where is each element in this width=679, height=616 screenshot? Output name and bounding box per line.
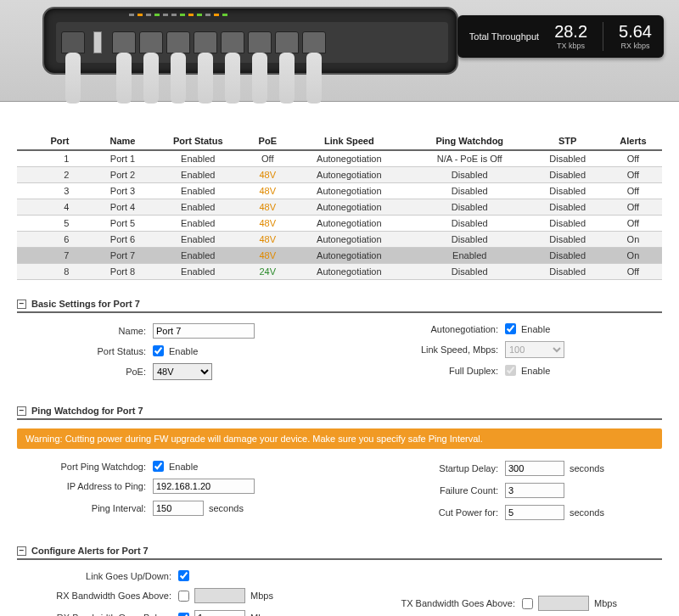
name-input[interactable] <box>153 323 255 339</box>
cell-watchdog: Disabled <box>408 264 530 280</box>
cell-watchdog: N/A - PoE is Off <box>408 150 530 167</box>
rx-below-checkbox[interactable] <box>178 613 189 617</box>
throughput-panel: Total Throughput 28.2 TX kbps 5.64 RX kb… <box>457 15 664 58</box>
failure-input[interactable] <box>505 483 564 498</box>
cell-link: Autonegotiation <box>290 150 408 167</box>
col-alerts[interactable]: Alerts <box>604 132 662 150</box>
wd-enable-checkbox[interactable] <box>153 461 164 472</box>
startup-label: Startup Delay: <box>352 463 505 473</box>
link-updown-label: Link Goes Up/Down: <box>17 571 178 581</box>
rx-below-input[interactable] <box>194 610 245 616</box>
status-checkbox[interactable] <box>153 345 164 356</box>
table-row[interactable]: 6Port 6Enabled48VAutonegotiationDisabled… <box>17 232 662 248</box>
cell-poe: Off <box>245 150 290 167</box>
interval-input[interactable] <box>153 501 204 516</box>
cell-stp: Disabled <box>530 248 603 264</box>
linkspeed-select[interactable]: 100 <box>505 341 564 358</box>
duplex-checkbox[interactable] <box>505 365 516 376</box>
cell-alerts: Off <box>604 167 662 183</box>
interval-unit: seconds <box>209 503 244 513</box>
table-row[interactable]: 3Port 3Enabled48VAutonegotiationDisabled… <box>17 183 662 199</box>
cell-poe: 48V <box>245 183 290 199</box>
autoneg-checkbox[interactable] <box>505 323 516 334</box>
tx-above-label: TX Bandwidth Goes Above: <box>352 598 522 608</box>
cell-status: Enabled <box>151 199 245 216</box>
cell-stp: Disabled <box>530 216 603 232</box>
table-row[interactable]: 2Port 2Enabled48VAutonegotiationDisabled… <box>17 167 662 183</box>
switch-chassis <box>42 7 458 75</box>
cell-alerts: Off <box>604 150 662 167</box>
table-row[interactable]: 7Port 7Enabled48VAutonegotiationEnabledD… <box>17 248 662 264</box>
cell-watchdog: Enabled <box>408 248 530 264</box>
cutpower-unit: seconds <box>570 507 604 518</box>
cell-link: Autonegotiation <box>290 216 408 232</box>
name-label: Name: <box>17 326 153 336</box>
col-link[interactable]: Link Speed <box>290 132 408 150</box>
cutpower-label: Cut Power for: <box>352 507 505 518</box>
cell-stp: Disabled <box>530 232 603 248</box>
rx-below-unit: Mbps <box>250 613 273 616</box>
basic-title: Basic Settings for Port 7 <box>31 299 140 309</box>
collapse-icon[interactable]: − <box>17 546 26 556</box>
col-port[interactable]: Port <box>17 132 94 150</box>
cell-port: 1 <box>17 150 94 167</box>
col-poe[interactable]: PoE <box>245 132 290 150</box>
rx-unit: RX kbps <box>619 42 652 50</box>
cell-port: 6 <box>17 232 94 248</box>
col-name[interactable]: Name <box>94 132 150 150</box>
autoneg-label: Autonegotiation: <box>352 324 505 334</box>
cell-status: Enabled <box>151 150 245 167</box>
link-updown-checkbox[interactable] <box>178 570 189 581</box>
cell-stp: Disabled <box>530 183 603 199</box>
col-status[interactable]: Port Status <box>151 132 245 150</box>
cell-name: Port 3 <box>94 183 150 199</box>
table-row[interactable]: 5Port 5Enabled48VAutonegotiationDisabled… <box>17 216 662 232</box>
warning-bar: Warning: Cutting power during FW upgrade… <box>17 428 662 449</box>
startup-input[interactable] <box>505 461 564 476</box>
ip-input[interactable] <box>153 479 255 494</box>
status-label: Port Status: <box>17 346 153 356</box>
table-row[interactable]: 8Port 8Enabled24VAutonegotiationDisabled… <box>17 264 662 280</box>
cell-stp: Disabled <box>530 264 603 280</box>
col-stp[interactable]: STP <box>530 132 603 150</box>
alerts-title: Configure Alerts for Port 7 <box>31 546 149 556</box>
cell-port: 3 <box>17 183 94 199</box>
cell-link: Autonegotiation <box>290 232 408 248</box>
cell-status: Enabled <box>151 216 245 232</box>
rx-above-checkbox[interactable] <box>178 591 189 602</box>
rx-above-input[interactable] <box>194 588 245 603</box>
basic-settings-section: − Basic Settings for Port 7 Name: Port S… <box>17 299 662 387</box>
cell-link: Autonegotiation <box>290 264 408 280</box>
poe-select[interactable]: 48V <box>153 363 212 380</box>
wd-enable-label: Port Ping Watchdog: <box>17 462 153 472</box>
cell-name: Port 6 <box>94 232 150 248</box>
tx-above-checkbox[interactable] <box>522 598 533 609</box>
cell-stp: Disabled <box>530 150 603 167</box>
cell-alerts: On <box>604 232 662 248</box>
tx-above-unit: Mbps <box>594 598 617 608</box>
table-row[interactable]: 1Port 1EnabledOffAutonegotiationN/A - Po… <box>17 150 662 167</box>
cell-name: Port 7 <box>94 248 150 264</box>
cell-alerts: Off <box>604 183 662 199</box>
cell-status: Enabled <box>151 248 245 264</box>
cell-poe: 48V <box>245 199 290 216</box>
tx-above-input[interactable] <box>538 596 589 611</box>
cell-port: 4 <box>17 199 94 216</box>
cell-port: 7 <box>17 248 94 264</box>
cell-status: Enabled <box>151 264 245 280</box>
cell-name: Port 1 <box>94 150 150 167</box>
collapse-icon[interactable]: − <box>17 406 26 416</box>
table-row[interactable]: 4Port 4Enabled48VAutonegotiationDisabled… <box>17 199 662 216</box>
wd-enable-cb-label: Enable <box>169 462 198 472</box>
cell-port: 5 <box>17 216 94 232</box>
rx-below-label: RX Bandwidth Goes Below: <box>17 613 178 616</box>
interval-label: Ping Interval: <box>17 503 153 513</box>
duplex-cb-label: Enable <box>521 366 550 376</box>
cutpower-input[interactable] <box>505 505 564 520</box>
throughput-label: Total Throughput <box>469 31 539 42</box>
ip-label: IP Address to Ping: <box>17 481 153 491</box>
collapse-icon[interactable]: − <box>17 300 26 309</box>
col-watchdog[interactable]: Ping Watchdog <box>408 132 530 150</box>
cell-poe: 48V <box>245 216 290 232</box>
cell-alerts: On <box>604 248 662 264</box>
